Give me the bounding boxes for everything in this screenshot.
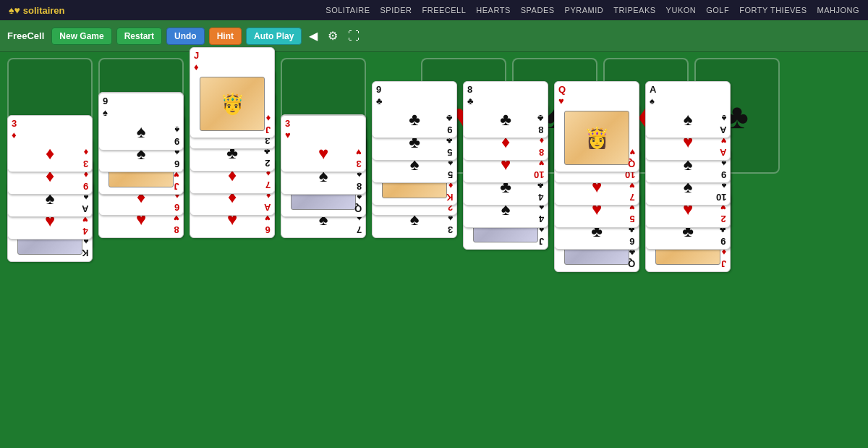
nav-link-mahjong[interactable]: MAHJONG bbox=[817, 6, 860, 14]
card[interactable]: 3♥♥3♥ bbox=[281, 115, 366, 172]
logo: ♠♥ solitairen bbox=[9, 4, 65, 16]
undo-button[interactable]: Undo bbox=[166, 28, 205, 45]
logo-icon: ♠♥ bbox=[9, 4, 20, 16]
game-title: FreeCell bbox=[7, 30, 44, 41]
top-nav: ♠♥ solitairen SOLITAIRESPIDERFREECELLHEA… bbox=[0, 0, 868, 20]
nav-link-pyramid[interactable]: PYRAMID bbox=[565, 6, 604, 14]
settings-button[interactable]: ⚙ bbox=[325, 28, 341, 44]
restart-button[interactable]: Restart bbox=[116, 28, 162, 45]
nav-link-forty-thieves[interactable]: FORTY THIEVES bbox=[739, 6, 807, 14]
sound-toggle-button[interactable]: ◀ bbox=[306, 28, 320, 44]
fullscreen-button[interactable]: ⛶ bbox=[345, 28, 362, 44]
card[interactable]: Q♥👸Q♥ bbox=[554, 81, 639, 172]
nav-link-solitaire[interactable]: SOLITAIRE bbox=[326, 6, 370, 14]
nav-link-freecell[interactable]: FREECELL bbox=[422, 6, 466, 14]
card[interactable]: 3♦♦3♦ bbox=[7, 115, 93, 172]
nav-link-spades[interactable]: SPADES bbox=[521, 6, 555, 14]
nav-link-golf[interactable]: GOLF bbox=[706, 6, 729, 14]
hint-button[interactable]: Hint bbox=[209, 28, 242, 45]
logo-text: solitairen bbox=[23, 5, 65, 16]
card[interactable]: J♦🤴J♦ bbox=[190, 47, 275, 138]
nav-link-tripeaks[interactable]: TRIPEAKS bbox=[613, 6, 655, 14]
nav-links: SOLITAIRESPIDERFREECELLHEARTSSPADESPYRAM… bbox=[326, 6, 859, 14]
card[interactable]: 8♣♣8♣ bbox=[463, 81, 548, 138]
toolbar: FreeCell New Game Restart Undo Hint Auto… bbox=[0, 20, 868, 52]
new-game-button[interactable]: New Game bbox=[51, 28, 111, 45]
nav-link-yukon[interactable]: YUKON bbox=[666, 6, 697, 14]
card[interactable]: 9♣♣9♣ bbox=[372, 81, 457, 138]
card[interactable]: 9♠♠9♠ bbox=[98, 93, 184, 150]
nav-link-spider[interactable]: SPIDER bbox=[380, 6, 412, 14]
game-area: ♥ ♠ ♦ ♣ 9♥♥9♥K♥👑K♥K♠👑K♠4♥♥4♥A♠♠A♠9♦♦9♦3♦… bbox=[0, 52, 868, 448]
nav-link-hearts[interactable]: HEARTS bbox=[476, 6, 510, 14]
card[interactable]: A♠♠A♠ bbox=[645, 81, 731, 138]
auto-play-button[interactable]: Auto Play bbox=[246, 28, 302, 45]
